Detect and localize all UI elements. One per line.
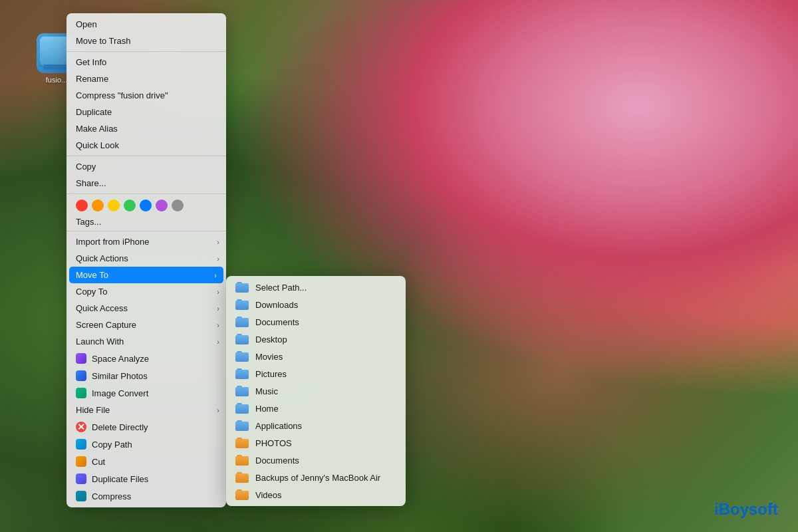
submenu-item-music-label: Music (255, 386, 278, 396)
chevron-quick-access-icon: › (217, 305, 219, 313)
menu-item-image-convert-label: Image Convert (92, 388, 148, 398)
tag-dot-gray[interactable] (172, 200, 184, 211)
submenu-item-backups[interactable]: Backups of Jenny's MacBook Air (226, 469, 406, 486)
tags-color-row (66, 196, 226, 215)
folder-movies-icon (235, 351, 249, 362)
chevron-move-to-icon: › (214, 271, 217, 279)
menu-item-quick-look[interactable]: Quick Look (66, 137, 226, 154)
compress-icon (76, 491, 86, 501)
chevron-launch-with-icon: › (217, 338, 219, 346)
submenu-item-music[interactable]: Music (226, 382, 406, 400)
tag-dot-red[interactable] (76, 200, 88, 211)
tag-dot-purple[interactable] (156, 200, 168, 211)
folder-pictures-icon (235, 368, 249, 379)
move-to-submenu: Select Path... Downloads Documents Deskt… (226, 276, 406, 506)
menu-item-make-alias[interactable]: Make Alias (66, 120, 226, 137)
submenu-item-documents-2[interactable]: Documents (226, 452, 406, 469)
submenu-item-documents-1-label: Documents (255, 317, 299, 327)
menu-item-copy-path[interactable]: Copy Path (66, 436, 226, 453)
menu-item-move-trash[interactable]: Move to Trash (66, 33, 226, 49)
menu-item-duplicate-label: Duplicate (76, 107, 112, 117)
menu-item-compress-last[interactable]: Compress (66, 487, 226, 505)
submenu-item-desktop[interactable]: Desktop (226, 331, 406, 348)
menu-item-make-alias-label: Make Alias (76, 124, 118, 134)
menu-item-duplicate-files[interactable]: Duplicate Files (66, 470, 226, 487)
submenu-item-applications[interactable]: Applications (226, 417, 406, 434)
submenu-item-pictures-label: Pictures (255, 369, 287, 379)
menu-item-similar-photos-label: Similar Photos (92, 371, 148, 381)
menu-item-launch-with-label: Launch With (76, 336, 124, 346)
folder-desktop-icon (235, 334, 249, 344)
tag-dot-blue[interactable] (140, 200, 152, 211)
menu-item-duplicate[interactable]: Duplicate (66, 104, 226, 120)
menu-item-screen-capture-label: Screen Capture (76, 320, 136, 330)
separator-2 (66, 156, 226, 156)
chevron-import-icon: › (217, 238, 219, 246)
tag-dot-yellow[interactable] (108, 200, 120, 211)
menu-item-similar-photos[interactable]: Similar Photos (66, 367, 226, 384)
chevron-hide-file-icon: › (217, 406, 219, 414)
menu-item-image-convert[interactable]: Image Convert (66, 384, 226, 402)
chevron-copy-to-icon: › (217, 288, 219, 296)
separator-3 (66, 194, 226, 194)
chevron-screen-capture-icon: › (217, 321, 219, 329)
menu-item-quick-look-label: Quick Look (76, 140, 119, 150)
menu-item-rename-label: Rename (76, 74, 108, 84)
menu-item-compress-file[interactable]: Compress "fusion drive" (66, 87, 226, 104)
folder-select-path-icon (235, 282, 249, 293)
submenu-item-select-path-label: Select Path... (255, 283, 307, 293)
menu-item-launch-with[interactable]: Launch With › (66, 333, 226, 350)
folder-documents-2-icon (235, 455, 249, 466)
folder-music-icon (235, 386, 249, 396)
folder-home-icon (235, 403, 249, 414)
delete-directly-icon: ✕ (76, 422, 86, 432)
menu-item-cut[interactable]: Cut (66, 453, 226, 470)
menu-item-open[interactable]: Open (66, 16, 226, 33)
tag-dot-orange[interactable] (92, 200, 104, 211)
menu-item-duplicate-files-label: Duplicate Files (92, 474, 148, 484)
submenu-item-movies[interactable]: Movies (226, 348, 406, 365)
menu-item-hide-file[interactable]: Hide File › (66, 402, 226, 418)
menu-item-move-to[interactable]: Move To › (69, 267, 223, 283)
submenu-item-documents-1[interactable]: Documents (226, 313, 406, 331)
menu-item-share[interactable]: Share... (66, 175, 226, 192)
menu-item-tags[interactable]: Tags... (66, 215, 226, 229)
submenu-item-photos[interactable]: PHOTOS (226, 434, 406, 452)
iboysoft-logo-text: iBoysoft (714, 500, 778, 518)
iboysoft-logo: iBoysoft (714, 500, 778, 519)
menu-item-compress-file-label: Compress "fusion drive" (76, 90, 168, 100)
submenu-item-select-path[interactable]: Select Path... (226, 279, 406, 296)
folder-downloads-icon (235, 299, 249, 310)
submenu-item-videos[interactable]: Videos (226, 486, 406, 503)
separator-1 (66, 51, 226, 52)
space-analyze-icon (76, 353, 86, 364)
submenu-item-photos-label: PHOTOS (255, 438, 292, 448)
copy-path-icon (76, 439, 86, 450)
menu-item-rename[interactable]: Rename (66, 70, 226, 87)
menu-item-open-label: Open (76, 19, 97, 29)
menu-item-copy-to[interactable]: Copy To › (66, 283, 226, 300)
folder-videos-icon (235, 489, 249, 500)
menu-item-space-analyze-label: Space Analyze (92, 354, 149, 364)
menu-item-move-to-label: Move To (76, 270, 108, 280)
menu-item-quick-access[interactable]: Quick Access › (66, 300, 226, 317)
menu-item-copy[interactable]: Copy (66, 158, 226, 175)
menu-item-get-info[interactable]: Get Info (66, 54, 226, 70)
menu-item-tags-label: Tags... (76, 217, 101, 227)
image-convert-icon (76, 388, 86, 398)
menu-item-import-iphone[interactable]: Import from iPhone › (66, 233, 226, 250)
submenu-item-movies-label: Movies (255, 352, 283, 362)
menu-item-screen-capture[interactable]: Screen Capture › (66, 317, 226, 333)
tag-dot-green[interactable] (124, 200, 136, 211)
submenu-item-desktop-label: Desktop (255, 334, 287, 344)
chevron-quick-actions-icon: › (217, 255, 219, 263)
submenu-item-home[interactable]: Home (226, 400, 406, 417)
menu-item-quick-actions[interactable]: Quick Actions › (66, 250, 226, 267)
submenu-item-downloads[interactable]: Downloads (226, 296, 406, 313)
submenu-item-videos-label: Videos (255, 490, 282, 500)
menu-item-delete-directly-label: Delete Directly (92, 422, 148, 432)
menu-item-space-analyze[interactable]: Space Analyze (66, 350, 226, 367)
menu-item-delete-directly[interactable]: ✕ Delete Directly (66, 418, 226, 436)
menu-item-cut-label: Cut (92, 457, 105, 467)
submenu-item-pictures[interactable]: Pictures (226, 365, 406, 382)
